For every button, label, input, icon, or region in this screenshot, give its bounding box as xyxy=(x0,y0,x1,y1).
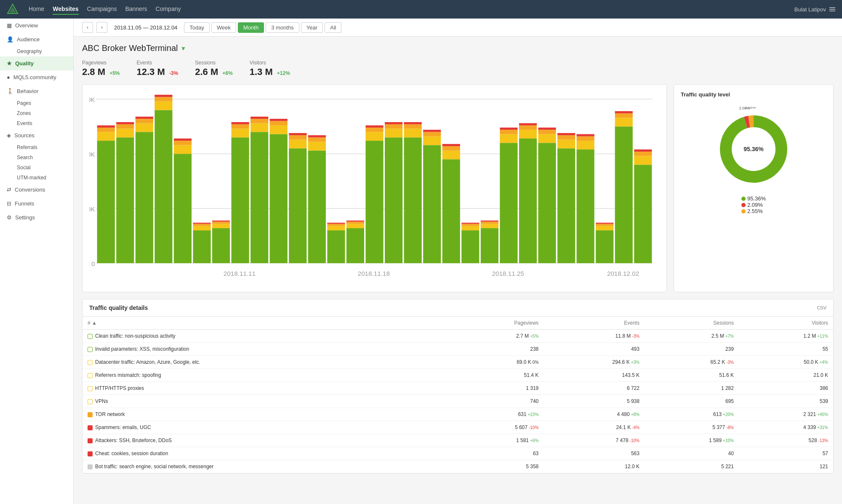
table-row: Datacenter traffic: Amazon, Azure, Googl… xyxy=(83,356,833,369)
row-value-cell: 63 xyxy=(450,447,544,460)
svg-rect-62 xyxy=(327,226,345,230)
svg-rect-98 xyxy=(500,134,517,143)
delta-badge: +11% xyxy=(817,334,828,339)
sidebar-sub-events[interactable]: Events xyxy=(0,118,73,128)
datebar-btn-3-months[interactable]: 3 months xyxy=(266,22,299,33)
sidebar-label: MQL5.community xyxy=(13,74,56,80)
sidebar-item-sources[interactable]: ◈Sources xyxy=(0,128,73,142)
svg-rect-47 xyxy=(250,119,268,123)
topnav-link-banners[interactable]: Banners xyxy=(125,4,147,15)
svg-rect-42 xyxy=(232,129,249,138)
datebar-btn-week[interactable]: Week xyxy=(211,22,236,33)
svg-rect-77 xyxy=(404,137,422,263)
topnav-link-home[interactable]: Home xyxy=(29,4,44,15)
col-events[interactable]: Events xyxy=(544,317,645,330)
svg-rect-118 xyxy=(596,226,613,230)
sidebar-item-mql5community[interactable]: ●MQL5.community xyxy=(0,70,73,84)
row-value-cell: 65.2 K-3% xyxy=(645,356,739,369)
site-dropdown-arrow[interactable]: ▼ xyxy=(180,45,186,52)
svg-rect-35 xyxy=(193,224,210,226)
sidebar-item-overview[interactable]: ▦Overview xyxy=(0,19,73,32)
sidebar-item-conversions[interactable]: ⇄Conversions xyxy=(0,183,73,197)
topnav-link-campaigns[interactable]: Campaigns xyxy=(87,4,117,15)
delta-badge: 0% xyxy=(533,360,538,365)
svg-rect-89 xyxy=(461,230,479,263)
row-name-cell: Attackers: SSH, Bruteforce, DDoS xyxy=(83,434,450,447)
row-color-indicator xyxy=(88,386,93,391)
csv-button[interactable]: CSV xyxy=(817,305,826,310)
data-table: # ▲PageviewsEventsSessionsVisitors Clean… xyxy=(83,317,833,473)
datebar-btn-month[interactable]: Month xyxy=(238,22,264,33)
svg-rect-38 xyxy=(212,224,230,228)
svg-rect-43 xyxy=(232,124,249,128)
stat-pageviews: Pageviews 2.8 M +5% xyxy=(82,60,120,77)
stat-delta: +5% xyxy=(109,70,120,76)
people-icon: 👤 xyxy=(7,36,13,43)
svg-rect-125 xyxy=(634,165,652,263)
sidebar-sub-utm-marked[interactable]: UTM-marked xyxy=(0,173,73,183)
walk-icon: 🚶 xyxy=(7,88,13,94)
sidebar-item-behavior[interactable]: 🚶Behavior xyxy=(0,84,73,98)
sidebar-item-funnels[interactable]: ⊟Funnels xyxy=(0,197,73,211)
svg-rect-45 xyxy=(250,132,268,263)
star-icon: ★ xyxy=(7,60,12,67)
svg-rect-126 xyxy=(634,156,652,165)
row-value-cell: 2.7 M+5% xyxy=(450,330,544,343)
topnav-links: HomeWebsitesCampaignsBannersCompany xyxy=(29,4,181,15)
svg-rect-86 xyxy=(442,151,460,160)
stat-value: 2.6 M +6% xyxy=(195,67,233,77)
sidebar-sub-social[interactable]: Social xyxy=(0,163,73,173)
svg-rect-37 xyxy=(212,228,230,263)
svg-rect-15 xyxy=(97,128,115,132)
svg-rect-34 xyxy=(193,226,210,230)
topnav-link-websites[interactable]: Websites xyxy=(53,4,78,15)
sidebar-label: Quality xyxy=(15,60,34,67)
sidebar-item-quality[interactable]: ★Quality xyxy=(0,56,73,70)
row-value-cell: 5 377-8% xyxy=(645,421,739,434)
sidebar-sub-pages[interactable]: Pages xyxy=(0,98,73,108)
sidebar-item-audience[interactable]: 👤Audience xyxy=(0,32,73,46)
delta-badge: +7% xyxy=(725,334,734,339)
svg-rect-94 xyxy=(481,224,498,228)
topnav-link-company[interactable]: Company xyxy=(156,4,181,15)
svg-rect-112 xyxy=(557,133,575,135)
row-value-cell: 563 xyxy=(544,447,645,460)
delta-badge: +8% xyxy=(631,412,639,417)
table-row: Bot traffic: search engine, social netwo… xyxy=(83,460,833,473)
table-row: Invalid parameters: XSS, misconfiguratio… xyxy=(83,343,833,356)
svg-rect-101 xyxy=(519,139,537,263)
row-value-cell: 5 938 xyxy=(544,395,645,408)
sidebar-sub-geography[interactable]: Geography xyxy=(0,46,73,56)
svg-rect-2 xyxy=(829,7,835,8)
col-#[interactable]: # ▲ xyxy=(83,317,450,330)
row-value-cell: 238 xyxy=(450,343,544,356)
datebar-btn-today[interactable]: Today xyxy=(184,22,210,33)
col-pageviews[interactable]: Pageviews xyxy=(450,317,544,330)
row-value-cell: 613+20% xyxy=(645,408,739,421)
main-content: ‹ › 2018.11.05 — 2018.12.04 TodayWeekMon… xyxy=(74,19,842,504)
svg-rect-53 xyxy=(289,148,306,263)
svg-rect-24 xyxy=(136,117,153,119)
stats-row: Pageviews 2.8 M +5% Events 12.3 M -3% Se… xyxy=(82,60,834,77)
traffic-quality-table: Traffic quality details CSV # ▲Pageviews… xyxy=(82,299,834,474)
svg-rect-68 xyxy=(346,221,364,222)
convert-icon: ⇄ xyxy=(7,187,11,193)
datebar-btn-all[interactable]: All xyxy=(325,22,341,33)
svg-rect-60 xyxy=(308,135,326,137)
prev-button[interactable]: ‹ xyxy=(82,22,93,33)
sidebar-sub-zones[interactable]: Zones xyxy=(0,108,73,118)
sidebar-sub-search[interactable]: Search xyxy=(0,152,73,163)
user-menu-icon[interactable] xyxy=(829,6,835,12)
row-name-cell: Spammers: emails, UGC xyxy=(83,421,450,434)
sidebar-item-settings[interactable]: ⚙Settings xyxy=(0,211,73,224)
svg-rect-128 xyxy=(634,149,652,152)
next-button[interactable]: › xyxy=(96,22,107,33)
col-sessions[interactable]: Sessions xyxy=(645,317,739,330)
stat-events: Events 12.3 M -3% xyxy=(137,60,179,77)
col-visitors[interactable]: Visitors xyxy=(739,317,833,330)
delta-badge: -3% xyxy=(726,360,734,365)
datebar-btn-year[interactable]: Year xyxy=(301,22,323,33)
sidebar-sub-referrals[interactable]: Referrals xyxy=(0,142,73,152)
row-name-cell: Cheat: cookies, session duration xyxy=(83,447,450,460)
svg-rect-48 xyxy=(250,117,268,119)
